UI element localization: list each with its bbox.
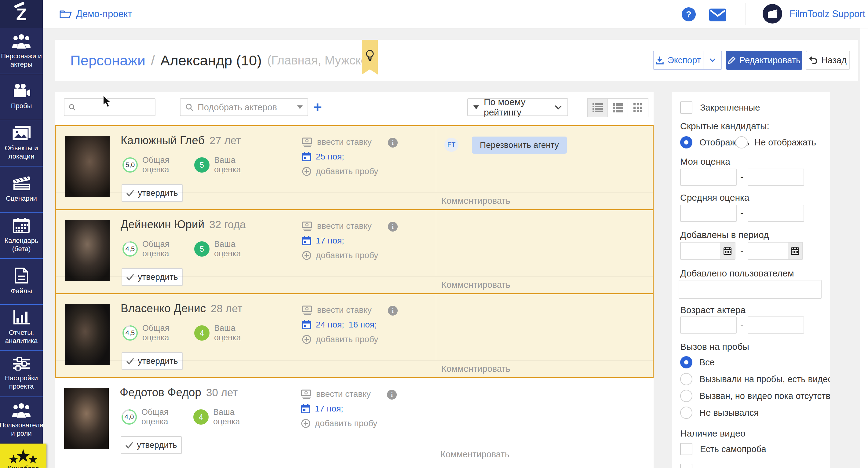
audition-all-radio[interactable] (680, 356, 692, 368)
my-rating-min-input[interactable] (680, 168, 737, 186)
audition-not-called-radio[interactable] (680, 407, 692, 419)
selftape-checkbox[interactable] (680, 443, 692, 455)
sidebar-item-label: Календарь (бета) (0, 237, 43, 253)
comment-input[interactable]: Комментировать (441, 364, 510, 374)
my-rating-label: Ваша оценка (213, 407, 248, 427)
export-options-button[interactable] (703, 51, 722, 70)
audition-date-link[interactable]: 17 ноя; (316, 236, 344, 246)
search-field[interactable] (79, 99, 151, 116)
breadcrumb-characters-link[interactable]: Персонажи (70, 52, 145, 69)
add-actor-button[interactable]: + (313, 99, 322, 116)
cutoff-checkbox[interactable] (680, 464, 692, 468)
export-button[interactable]: Экспорт (653, 51, 703, 70)
help-icon[interactable]: ? (682, 7, 696, 21)
enter-rate-action[interactable]: ввести ставку (302, 137, 372, 147)
my-rating-badge[interactable]: 5 (194, 241, 210, 257)
my-rating-badge[interactable]: 4 (194, 325, 210, 341)
my-rating-badge[interactable]: 5 (194, 157, 210, 173)
kinobaza-badge[interactable]: ★★★ Кинобаза (0, 443, 46, 468)
add-test-action[interactable]: добавить пробу (302, 335, 378, 344)
added-by-label: Добавлено пользователем (680, 268, 794, 279)
audition-no-video-radio[interactable] (680, 390, 692, 402)
edit-button[interactable]: Редактировать (726, 51, 802, 70)
back-button[interactable]: Назад (806, 51, 850, 70)
actor-name[interactable]: Калюжный Глеб (121, 134, 205, 147)
calendar-icon (301, 404, 311, 414)
app-logo[interactable]: Z (0, 0, 43, 28)
info-icon[interactable]: i (387, 390, 397, 400)
age-min-input[interactable] (680, 316, 737, 334)
avatar[interactable] (763, 4, 782, 24)
overall-rating-badge: 4,5 (122, 241, 138, 257)
audition-date-link[interactable]: 17 ноя; (315, 404, 343, 414)
view-grid-button[interactable] (628, 98, 648, 117)
enter-rate-action[interactable]: ввести ставку (301, 389, 371, 399)
calendar-button[interactable] (788, 243, 802, 259)
view-list-button[interactable] (608, 98, 628, 117)
actor-photo[interactable] (65, 304, 110, 365)
age-max-input[interactable] (748, 316, 804, 334)
comment-input[interactable]: Комментировать (440, 449, 509, 460)
sidebar-item-label: Отчеты, аналитика (0, 329, 43, 345)
calendar-button[interactable] (720, 243, 735, 259)
added-by-input[interactable] (679, 280, 822, 299)
info-icon[interactable]: i (388, 306, 398, 316)
comment-row: Комментировать (56, 360, 653, 377)
audition-date-link[interactable]: 25 ноя; (316, 152, 344, 162)
enter-rate-action[interactable]: ввести ставку (302, 221, 372, 231)
scrollbar[interactable] (860, 28, 868, 468)
money-icon (302, 306, 313, 315)
pinned-checkbox[interactable] (680, 101, 692, 114)
hidden-show-radio[interactable] (680, 136, 692, 149)
actor-age-label: Возраст актера (680, 305, 746, 315)
actor-photo[interactable] (64, 388, 109, 449)
hint-ribbon[interactable] (362, 40, 378, 74)
period-to-input[interactable] (748, 242, 803, 260)
sort-caret-icon (473, 105, 479, 110)
sidebar-item-users[interactable]: Пользователи и роли (0, 397, 43, 443)
sidebar-item-auditions[interactable]: Пробы (0, 74, 43, 120)
sidebar-item-characters[interactable]: Персонажи и актеры (0, 28, 43, 74)
my-rating-max-input[interactable] (748, 168, 804, 186)
enter-rate-action[interactable]: ввести ставку (302, 305, 372, 315)
actor-age: 27 лет (210, 134, 241, 146)
avg-rating-min-input[interactable] (680, 205, 737, 222)
sidebar-item-reports[interactable]: Отчеты, аналитика (0, 305, 43, 351)
actor-name[interactable]: Дейнекин Юрий (121, 218, 204, 231)
add-test-action[interactable]: добавить пробу (302, 166, 378, 176)
period-from-input[interactable] (680, 242, 736, 260)
info-icon[interactable]: i (388, 138, 398, 148)
sidebar-item-locations[interactable]: Объекты и локации (0, 120, 43, 166)
add-test-action[interactable]: добавить пробу (301, 418, 377, 428)
comment-input[interactable]: Комментировать (441, 280, 510, 290)
money-icon (302, 137, 313, 147)
mail-icon[interactable] (709, 8, 726, 21)
my-rating-badge[interactable]: 4 (193, 409, 209, 425)
sidebar-item-scripts[interactable]: Сценарии (0, 166, 43, 213)
actors-select[interactable]: Подобрать актеров (180, 98, 308, 116)
avg-rating-max-input[interactable] (748, 205, 804, 222)
audition-has-video-radio[interactable] (680, 373, 692, 385)
sidebar-item-calendar[interactable]: Календарь (бета) (0, 213, 43, 259)
audition-date-link[interactable]: 24 ноя; (316, 320, 344, 330)
actor-photo[interactable] (65, 136, 110, 197)
user-menu[interactable]: FilmToolz Support (789, 0, 865, 28)
actor-photo[interactable] (65, 220, 110, 281)
my-rating-label: Ваша оценка (214, 240, 249, 258)
sidebar-item-settings[interactable]: Настройки проекта (0, 351, 43, 397)
actor-name[interactable]: Федотов Федор (120, 386, 201, 399)
view-compact-list-button[interactable] (587, 98, 608, 117)
edit-label: Редактировать (739, 55, 801, 65)
topbar-divider (745, 3, 746, 25)
comment-row: Комментировать (56, 192, 653, 209)
sort-dropdown[interactable]: По моему рейтингу (467, 98, 568, 116)
plus-circle-icon (302, 166, 312, 176)
info-icon[interactable]: i (388, 222, 398, 231)
project-switcher[interactable]: Демо-проект (60, 0, 132, 28)
hidden-hide-radio[interactable] (736, 136, 748, 149)
actor-name[interactable]: Власенко Денис (121, 302, 206, 315)
audition-date-link[interactable]: 16 ноя; (348, 320, 377, 330)
sidebar-item-files[interactable]: Файлы (0, 259, 43, 305)
comment-input[interactable]: Комментировать (441, 196, 510, 206)
add-test-action[interactable]: добавить пробу (302, 250, 378, 260)
